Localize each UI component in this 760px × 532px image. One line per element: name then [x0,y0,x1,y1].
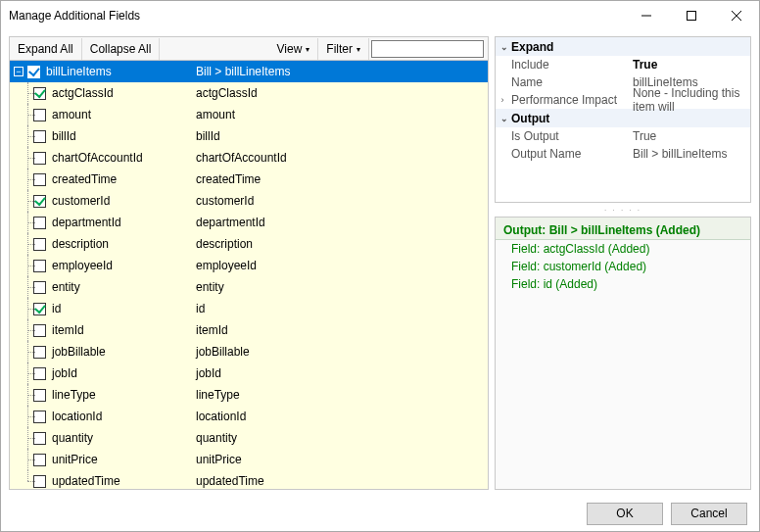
prop-row-outputname[interactable]: Output NameBill > billLineItems [496,145,750,163]
node-label: entity [52,280,80,294]
svg-rect-1 [688,12,696,21]
tree-row[interactable]: customerIdcustomerId [10,190,488,212]
tree-row[interactable]: descriptiondescription [10,233,488,255]
node-label: departmentId [52,216,121,229]
node-path: departmentId [194,216,488,229]
tree-branch-icon [22,82,33,104]
close-icon [732,11,741,21]
node-path: lineType [194,388,488,402]
tree-branch-icon [22,169,33,190]
node-path: locationId [194,410,488,423]
tree-branch-icon [22,341,33,363]
window-title: Manage Additional Fields [9,1,140,30]
maximize-button[interactable] [669,1,714,30]
tree-branch-icon [22,449,33,470]
tree-row[interactable]: quantityquantity [10,427,488,449]
tree-row[interactable]: updatedTimeupdatedTime [10,470,488,489]
tree-branch-icon [22,147,33,169]
filter-input[interactable] [371,40,484,58]
titlebar: Manage Additional Fields [1,1,759,30]
node-path: amount [194,108,488,121]
node-path: description [194,237,488,251]
node-path: quantity [194,431,488,445]
tree-row[interactable]: itemIditemId [10,319,488,341]
tree-row[interactable]: amountamount [10,104,488,125]
output-items: Field: actgClassId (Added)Field: custome… [496,240,750,293]
tree-row[interactable]: actgClassIdactgClassId [10,82,488,104]
node-path: updatedTime [194,474,488,488]
collapse-icon: ⌄ [498,114,511,123]
window-buttons [624,1,759,30]
node-path: jobBillable [194,345,488,359]
prop-category-expand[interactable]: ⌄Expand [496,37,750,56]
node-path: actgClassId [194,86,488,100]
node-path: createdTime [194,172,488,186]
tree-row[interactable]: createdTimecreatedTime [10,169,488,190]
tree-branch-icon [22,298,33,319]
node-path: employeeId [194,259,488,272]
output-item: Field: customerId (Added) [496,258,750,275]
node-label: id [52,302,61,315]
tree-row[interactable]: locationIdlocationId [10,406,488,427]
output-panel: Output: Bill > billLineItems (Added) Fie… [495,217,751,490]
tree-root-row[interactable]: −billLineItemsBill > billLineItems [10,61,488,82]
tree-row[interactable]: billIdbillId [10,125,488,147]
tree-branch-icon [22,255,33,276]
chevron-down-icon: ▾ [306,45,309,54]
node-label: locationId [52,410,102,423]
node-label: lineType [52,388,96,402]
checkbox[interactable] [33,87,46,100]
fields-tree[interactable]: −billLineItemsBill > billLineItemsactgCl… [10,61,488,489]
view-dropdown[interactable]: View▾ [269,38,319,60]
tree-row[interactable]: departmentIddepartmentId [10,212,488,233]
minimize-icon [641,11,651,21]
node-label: jobId [52,366,77,380]
node-label: jobBillable [52,345,106,359]
tree-row[interactable]: jobBillablejobBillable [10,341,488,363]
node-label: description [52,237,109,251]
collapse-icon[interactable]: − [14,67,24,76]
checkbox[interactable] [27,66,40,78]
tree-branch-icon [22,384,33,406]
node-path: entity [194,280,488,294]
cancel-button[interactable]: Cancel [671,503,747,525]
prop-row-include[interactable]: IncludeTrue [496,56,750,73]
minimize-button[interactable] [624,1,669,30]
collapse-all-button[interactable]: Collapse All [82,38,161,60]
tree-branch-icon [22,212,33,233]
splitter-handle[interactable]: · · · · · [495,205,751,215]
output-heading: Output: Bill > billLineItems (Added) [496,218,750,240]
node-path: jobId [194,366,488,380]
tree-row[interactable]: entityentity [10,276,488,298]
ok-button[interactable]: OK [587,503,663,525]
tree-row[interactable]: lineTypelineType [10,384,488,406]
tree-row[interactable]: chartOfAccountIdchartOfAccountId [10,147,488,169]
node-path: customerId [194,194,488,208]
tree-row[interactable]: idid [10,298,488,319]
tree-branch-icon [22,233,33,255]
checkbox[interactable] [33,195,46,208]
node-label: actgClassId [52,86,114,100]
tree-row[interactable]: unitPriceunitPrice [10,449,488,470]
close-button[interactable] [714,1,759,30]
node-label: updatedTime [52,474,120,488]
expand-all-button[interactable]: Expand All [10,38,82,60]
tree-branch-icon [22,363,33,384]
prop-row-isoutput[interactable]: Is OutputTrue [496,127,750,145]
tree-branch-icon [22,104,33,125]
node-label: itemId [52,323,84,337]
checkbox[interactable] [33,303,46,315]
tree-row[interactable]: employeeIdemployeeId [10,255,488,276]
node-label: billId [52,129,76,143]
node-path: itemId [194,323,488,337]
prop-row-performance[interactable]: ›Performance ImpactNone - Including this… [496,91,750,109]
right-column: ⌄Expand IncludeTrue NamebillLineItems ›P… [495,36,751,490]
property-grid[interactable]: ⌄Expand IncludeTrue NamebillLineItems ›P… [495,36,751,203]
filter-dropdown[interactable]: Filter▾ [318,38,369,60]
tree-row[interactable]: jobIdjobId [10,363,488,384]
tree-branch-icon [22,427,33,449]
node-label: chartOfAccountId [52,151,143,165]
tree-branch-icon [22,125,33,147]
node-path: unitPrice [194,453,488,466]
tree-branch-icon [22,319,33,341]
